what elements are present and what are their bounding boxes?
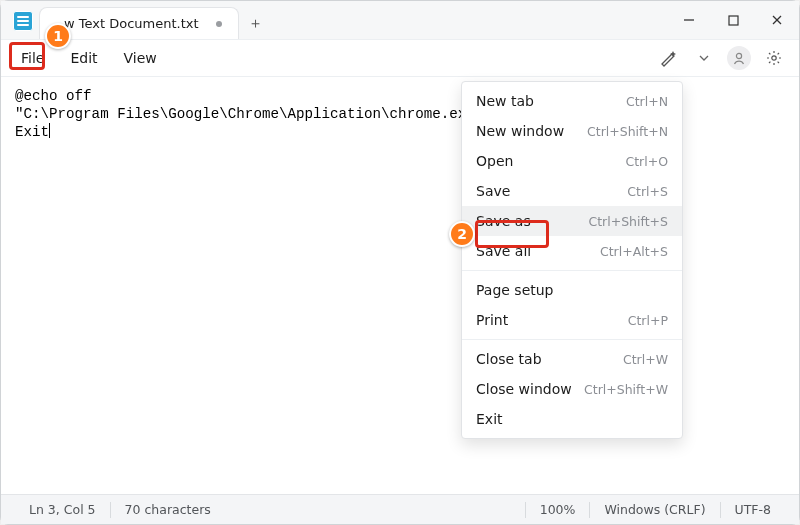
tab-title: w Text Document.txt — [64, 16, 199, 31]
status-cursor-position: Ln 3, Col 5 — [15, 502, 110, 517]
svg-point-4 — [736, 53, 741, 58]
svg-point-5 — [772, 56, 776, 60]
app-window: w Text Document.txt ＋ File Edit View — [0, 0, 800, 525]
menu-page-setup[interactable]: Page setup — [462, 275, 682, 305]
menu-close-tab[interactable]: Close tab Ctrl+W — [462, 344, 682, 374]
menu-edit[interactable]: Edit — [58, 45, 109, 71]
chevron-down-icon[interactable] — [691, 45, 717, 71]
text-editor[interactable]: @echo off "C:\Program Files\Google\Chrom… — [1, 77, 799, 494]
close-button[interactable] — [755, 1, 799, 39]
menu-close-window[interactable]: Close window Ctrl+Shift+W — [462, 374, 682, 404]
status-char-count: 70 characters — [111, 502, 225, 517]
menu-exit[interactable]: Exit — [462, 404, 682, 434]
notepad-app-icon — [13, 11, 33, 31]
menubar: File Edit View — [1, 39, 799, 77]
svg-line-13 — [778, 53, 779, 54]
menu-save-as[interactable]: Save as Ctrl+Shift+S — [462, 206, 682, 236]
statusbar: Ln 3, Col 5 70 characters 100% Windows (… — [1, 494, 799, 524]
settings-gear-icon[interactable] — [761, 45, 787, 71]
new-tab-button[interactable]: ＋ — [239, 7, 271, 39]
menu-print[interactable]: Print Ctrl+P — [462, 305, 682, 335]
ai-rewrite-icon[interactable] — [655, 45, 681, 71]
svg-line-12 — [769, 62, 770, 63]
svg-line-10 — [769, 53, 770, 54]
titlebar: w Text Document.txt ＋ — [1, 1, 799, 39]
menu-save-all[interactable]: Save all Ctrl+Alt+S — [462, 236, 682, 266]
menu-file[interactable]: File — [9, 45, 56, 71]
menu-save[interactable]: Save Ctrl+S — [462, 176, 682, 206]
svg-line-11 — [778, 62, 779, 63]
status-encoding: UTF-8 — [721, 502, 785, 517]
svg-rect-1 — [729, 16, 738, 25]
file-menu-dropdown: New tab Ctrl+N New window Ctrl+Shift+N O… — [461, 81, 683, 439]
menu-open[interactable]: Open Ctrl+O — [462, 146, 682, 176]
text-cursor — [49, 123, 50, 138]
minimize-button[interactable] — [667, 1, 711, 39]
document-tab[interactable]: w Text Document.txt — [39, 7, 239, 39]
status-line-ending: Windows (CRLF) — [590, 502, 719, 517]
menu-new-tab[interactable]: New tab Ctrl+N — [462, 86, 682, 116]
menu-separator — [462, 339, 682, 340]
maximize-button[interactable] — [711, 1, 755, 39]
window-controls — [667, 1, 799, 39]
status-zoom[interactable]: 100% — [526, 502, 590, 517]
menu-separator — [462, 270, 682, 271]
menu-new-window[interactable]: New window Ctrl+Shift+N — [462, 116, 682, 146]
account-avatar-icon[interactable] — [727, 46, 751, 70]
menu-view[interactable]: View — [112, 45, 169, 71]
unsaved-indicator-icon — [216, 21, 222, 27]
